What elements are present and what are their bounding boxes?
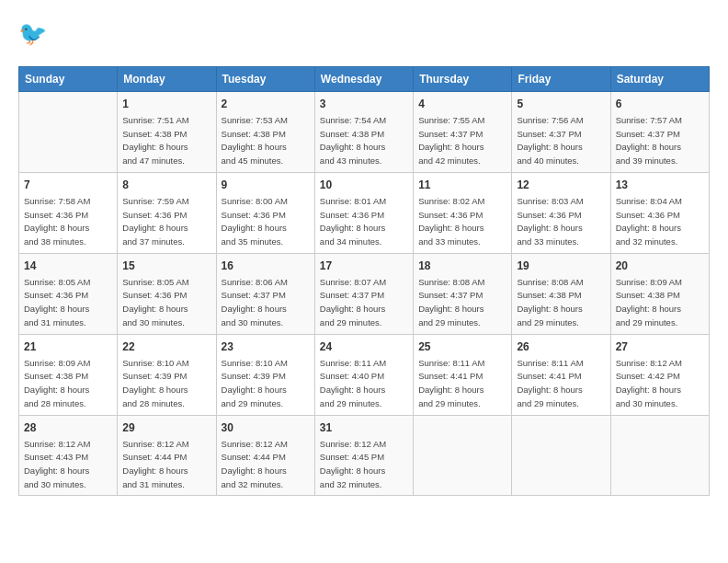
day-number: 13 [616,177,704,193]
cell-content: Sunrise: 8:02 AMSunset: 4:36 PMDaylight:… [418,195,506,249]
calendar-cell: 16Sunrise: 8:06 AMSunset: 4:37 PMDayligh… [216,253,314,334]
calendar-cell: 10Sunrise: 8:01 AMSunset: 4:36 PMDayligh… [314,172,413,253]
calendar-cell: 12Sunrise: 8:03 AMSunset: 4:36 PMDayligh… [512,172,610,253]
day-number: 23 [222,339,310,355]
cell-content: Sunrise: 8:09 AMSunset: 4:38 PMDaylight:… [24,357,112,411]
cell-content: Sunrise: 8:10 AMSunset: 4:39 PMDaylight:… [222,357,310,411]
day-number: 19 [517,258,605,274]
column-header-monday: Monday [118,67,216,92]
day-number: 18 [418,258,506,274]
cell-content: Sunrise: 8:05 AMSunset: 4:36 PMDaylight:… [24,276,112,330]
cell-content: Sunrise: 8:05 AMSunset: 4:36 PMDaylight:… [122,276,210,330]
cell-content: Sunrise: 8:09 AMSunset: 4:38 PMDaylight:… [616,276,704,330]
day-number: 1 [122,96,210,112]
day-number: 21 [24,339,112,355]
day-number: 12 [517,177,605,193]
day-number: 11 [418,177,506,193]
day-number: 7 [24,177,112,193]
calendar-cell: 9Sunrise: 8:00 AMSunset: 4:36 PMDaylight… [216,172,314,253]
column-header-tuesday: Tuesday [216,67,314,92]
cell-content: Sunrise: 8:12 AMSunset: 4:44 PMDaylight:… [122,438,210,492]
calendar-cell [414,415,512,496]
cell-content: Sunrise: 7:53 AMSunset: 4:38 PMDaylight:… [222,114,310,168]
cell-content: Sunrise: 7:56 AMSunset: 4:37 PMDaylight:… [517,114,605,168]
day-number: 16 [222,258,310,274]
day-number: 17 [320,258,408,274]
day-number: 28 [24,419,112,436]
day-number: 29 [122,419,210,436]
cell-content: Sunrise: 8:04 AMSunset: 4:36 PMDaylight:… [616,195,704,249]
day-number: 15 [122,258,210,274]
cell-content: Sunrise: 8:08 AMSunset: 4:37 PMDaylight:… [418,276,506,330]
calendar-cell [512,415,610,496]
logo-icon: 🐦 [18,18,51,52]
day-number: 22 [122,339,210,355]
column-header-friday: Friday [512,67,610,92]
cell-content: Sunrise: 7:58 AMSunset: 4:36 PMDaylight:… [24,195,112,249]
day-number: 2 [222,96,310,112]
calendar-cell: 27Sunrise: 8:12 AMSunset: 4:42 PMDayligh… [610,334,709,415]
cell-content: Sunrise: 8:12 AMSunset: 4:44 PMDaylight:… [222,438,310,492]
cell-content: Sunrise: 7:54 AMSunset: 4:38 PMDaylight:… [320,114,408,168]
cell-content: Sunrise: 8:11 AMSunset: 4:41 PMDaylight:… [517,357,605,411]
day-number: 31 [320,419,408,436]
cell-content: Sunrise: 7:55 AMSunset: 4:37 PMDaylight:… [418,114,506,168]
calendar-week-row: 21Sunrise: 8:09 AMSunset: 4:38 PMDayligh… [19,334,710,415]
calendar-cell: 23Sunrise: 8:10 AMSunset: 4:39 PMDayligh… [216,334,314,415]
day-number: 30 [222,419,310,436]
cell-content: Sunrise: 8:11 AMSunset: 4:41 PMDaylight:… [418,357,506,411]
calendar-header-row: SundayMondayTuesdayWednesdayThursdayFrid… [19,67,710,92]
cell-content: Sunrise: 8:00 AMSunset: 4:36 PMDaylight:… [222,195,310,249]
cell-content: Sunrise: 8:08 AMSunset: 4:38 PMDaylight:… [517,276,605,330]
calendar-table: SundayMondayTuesdayWednesdayThursdayFrid… [18,66,710,496]
day-number: 20 [616,258,704,274]
calendar-cell: 3Sunrise: 7:54 AMSunset: 4:38 PMDaylight… [314,92,413,173]
day-number: 6 [616,96,704,112]
cell-content: Sunrise: 8:06 AMSunset: 4:37 PMDaylight:… [222,276,310,330]
calendar-cell: 24Sunrise: 8:11 AMSunset: 4:40 PMDayligh… [314,334,413,415]
calendar-cell: 26Sunrise: 8:11 AMSunset: 4:41 PMDayligh… [512,334,610,415]
calendar-cell: 6Sunrise: 7:57 AMSunset: 4:37 PMDaylight… [610,92,709,173]
calendar-cell: 22Sunrise: 8:10 AMSunset: 4:39 PMDayligh… [118,334,216,415]
cell-content: Sunrise: 8:11 AMSunset: 4:40 PMDaylight:… [320,357,408,411]
calendar-cell: 1Sunrise: 7:51 AMSunset: 4:38 PMDaylight… [118,92,216,173]
day-number: 26 [517,339,605,355]
cell-content: Sunrise: 8:03 AMSunset: 4:36 PMDaylight:… [517,195,605,249]
column-header-sunday: Sunday [19,67,118,92]
calendar-cell [19,92,118,173]
calendar-week-row: 14Sunrise: 8:05 AMSunset: 4:36 PMDayligh… [19,253,710,334]
day-number: 4 [418,96,506,112]
calendar-cell: 31Sunrise: 8:12 AMSunset: 4:45 PMDayligh… [314,415,413,496]
calendar-cell: 4Sunrise: 7:55 AMSunset: 4:37 PMDaylight… [414,92,512,173]
column-header-wednesday: Wednesday [314,67,413,92]
day-number: 14 [24,258,112,274]
day-number: 3 [320,96,408,112]
svg-text:🐦: 🐦 [18,19,48,48]
calendar-cell: 29Sunrise: 8:12 AMSunset: 4:44 PMDayligh… [118,415,216,496]
calendar-cell: 11Sunrise: 8:02 AMSunset: 4:36 PMDayligh… [414,172,512,253]
day-number: 27 [616,339,704,355]
cell-content: Sunrise: 8:12 AMSunset: 4:42 PMDaylight:… [616,357,704,411]
calendar-week-row: 1Sunrise: 7:51 AMSunset: 4:38 PMDaylight… [19,92,710,173]
cell-content: Sunrise: 8:12 AMSunset: 4:43 PMDaylight:… [24,438,112,492]
column-header-thursday: Thursday [414,67,512,92]
calendar-cell: 8Sunrise: 7:59 AMSunset: 4:36 PMDaylight… [118,172,216,253]
column-header-saturday: Saturday [610,67,709,92]
calendar-cell: 14Sunrise: 8:05 AMSunset: 4:36 PMDayligh… [19,253,118,334]
cell-content: Sunrise: 7:57 AMSunset: 4:37 PMDaylight:… [616,114,704,168]
calendar-cell: 15Sunrise: 8:05 AMSunset: 4:36 PMDayligh… [118,253,216,334]
day-number: 25 [418,339,506,355]
cell-content: Sunrise: 8:07 AMSunset: 4:37 PMDaylight:… [320,276,408,330]
calendar-cell: 25Sunrise: 8:11 AMSunset: 4:41 PMDayligh… [414,334,512,415]
page-header: 🐦 [18,18,710,52]
calendar-cell: 7Sunrise: 7:58 AMSunset: 4:36 PMDaylight… [19,172,118,253]
calendar-cell: 13Sunrise: 8:04 AMSunset: 4:36 PMDayligh… [610,172,709,253]
logo: 🐦 [18,18,57,52]
calendar-cell: 28Sunrise: 8:12 AMSunset: 4:43 PMDayligh… [19,415,118,496]
day-number: 9 [222,177,310,193]
calendar-cell: 18Sunrise: 8:08 AMSunset: 4:37 PMDayligh… [414,253,512,334]
cell-content: Sunrise: 7:51 AMSunset: 4:38 PMDaylight:… [122,114,210,168]
calendar-week-row: 7Sunrise: 7:58 AMSunset: 4:36 PMDaylight… [19,172,710,253]
calendar-cell: 2Sunrise: 7:53 AMSunset: 4:38 PMDaylight… [216,92,314,173]
cell-content: Sunrise: 8:12 AMSunset: 4:45 PMDaylight:… [320,438,408,492]
